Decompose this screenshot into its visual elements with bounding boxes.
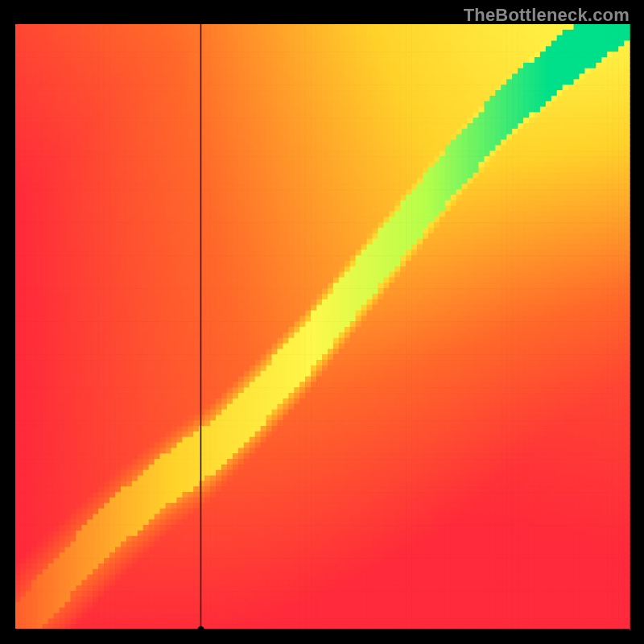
crosshair-overlay bbox=[0, 0, 644, 644]
watermark-label: TheBottleneck.com bbox=[464, 5, 630, 26]
